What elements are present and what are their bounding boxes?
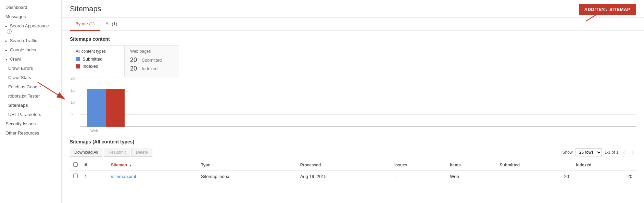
sitemaps-content-title: Sitemaps content — [70, 36, 636, 42]
col-processed: Processed — [297, 160, 391, 171]
legend-submitted: Submitted — [76, 56, 119, 62]
sidebar-item-robots-txt-tester[interactable]: robots.txt Tester — [0, 91, 61, 101]
sitemap-link[interactable]: /sitemap.xml — [111, 174, 136, 179]
sidebar-item-messages[interactable]: Messages — [0, 12, 61, 21]
sidebar-item-search-traffic[interactable]: ▸ Search Traffic — [0, 36, 61, 45]
row-sitemap-cell: /sitemap.xml — [108, 171, 198, 182]
tooltip-indexed-row: 20 Indexed — [130, 65, 173, 72]
bar-indexed — [106, 89, 125, 127]
table-body: 1 /sitemap.xml Sitemap index Aug 19, 201… — [70, 171, 636, 182]
table-toolbar-right: Show 25 rows 10 rows 50 rows 1-1 of 1 ‹ … — [563, 148, 636, 156]
sidebar-item-sitemaps[interactable]: Sitemaps — [0, 101, 61, 110]
pagination-info: 1-1 of 1 — [605, 150, 619, 155]
sidebar-item-dashboard[interactable]: Dashboard — [0, 3, 61, 12]
sort-arrow-icon: ▲ — [129, 163, 132, 167]
tab-all[interactable]: All (1) — [100, 18, 123, 31]
col-indexed: Indexed — [572, 160, 636, 171]
sidebar: Dashboard Messages ▸ Search Appearance i… — [0, 0, 62, 203]
table-header: # Sitemap ▲ Type Processed Issues Items … — [70, 160, 636, 171]
page-title: Sitemaps — [70, 4, 101, 13]
submitted-color-swatch — [76, 57, 80, 61]
sidebar-item-fetch-as-google[interactable]: Fetch as Google — [0, 82, 61, 91]
table-toolbar: Download All Resubmit Delete Show 25 row… — [70, 148, 636, 157]
select-all-header — [70, 160, 81, 171]
sitemaps-content-section: Sitemaps content All content types Submi… — [70, 36, 636, 134]
chart-x-label: Web — [90, 129, 98, 133]
row-submitted-cell: 20 — [496, 171, 573, 182]
chevron-right-icon-3: ▸ — [5, 48, 7, 52]
col-num: # — [81, 160, 108, 171]
prev-page-button[interactable]: ‹ — [621, 149, 627, 156]
chart-grid: 20 15 10 5 — [80, 79, 636, 127]
main-header: Sitemaps ADD/TEST SITEMAP — [62, 0, 644, 18]
indexed-color-swatch — [76, 64, 80, 68]
row-checkbox[interactable] — [73, 174, 78, 178]
col-type: Type — [198, 160, 297, 171]
row-num-cell: 1 — [81, 171, 108, 182]
tab-by-me[interactable]: By me (1) — [70, 18, 100, 31]
chevron-down-icon: ▾ — [5, 58, 7, 61]
tooltip-box: Web pages 20 Submitted 20 Indexed — [124, 45, 179, 77]
row-items-cell: Web — [446, 171, 496, 182]
grid-line-10: 10 — [80, 103, 636, 103]
add-test-sitemap-button[interactable]: ADD/TEST SITEMAP — [579, 4, 636, 15]
chevron-right-icon-2: ▸ — [5, 39, 7, 43]
sidebar-item-crawl-errors[interactable]: Crawl Errors — [0, 64, 61, 73]
sidebar-item-other-resources[interactable]: Other Resources — [0, 128, 61, 138]
next-page-button[interactable]: › — [630, 149, 636, 156]
delete-button[interactable]: Delete — [131, 148, 152, 157]
download-all-button[interactable]: Download All — [70, 148, 102, 157]
tooltip-submitted-row: 20 Submitted — [130, 56, 173, 64]
chart-bars — [87, 89, 125, 127]
sidebar-item-security-issues[interactable]: Security Issues — [0, 119, 61, 128]
bar-chart: 20 15 10 5 Web — [70, 79, 636, 134]
row-issues-cell: - — [391, 171, 446, 182]
sidebar-item-crawl-stats[interactable]: Crawl Stats — [0, 73, 61, 82]
grid-line-20: 20 — [80, 79, 636, 79]
tabs-bar: By me (1) All (1) — [62, 18, 644, 31]
bar-submitted — [87, 89, 106, 127]
rows-per-page-select[interactable]: 25 rows 10 rows 50 rows — [576, 148, 602, 156]
table-section-title: Sitemaps (All content types) — [70, 139, 636, 144]
col-sitemap: Sitemap ▲ — [108, 160, 198, 171]
row-processed-cell: Aug 19, 2015 — [297, 171, 391, 182]
grid-line-15: 15 — [80, 91, 636, 91]
row-indexed-cell: 20 — [572, 171, 636, 182]
legend-box: All content types Submitted Indexed — [70, 45, 125, 77]
table-toolbar-left: Download All Resubmit Delete — [70, 148, 152, 157]
content-types-container: All content types Submitted Indexed Web … — [70, 45, 636, 77]
col-issues: Issues — [391, 160, 446, 171]
resubmit-button[interactable]: Resubmit — [104, 148, 130, 157]
grid-line-5: 5 — [80, 114, 636, 115]
row-type-cell: Sitemap index — [198, 171, 297, 182]
sidebar-item-google-index[interactable]: ▸ Google Index — [0, 45, 61, 54]
legend-indexed: Indexed — [76, 64, 119, 69]
sitemaps-table-section: Sitemaps (All content types) Download Al… — [70, 139, 636, 182]
chevron-right-icon: ▸ — [5, 24, 7, 28]
sitemaps-table: # Sitemap ▲ Type Processed Issues Items … — [70, 160, 636, 182]
chart-bottom-line — [80, 126, 636, 127]
info-icon: i — [7, 29, 12, 34]
main-content: Sitemaps ADD/TEST SITEMAP By me (1) All … — [62, 0, 644, 203]
row-checkbox-cell — [70, 171, 81, 182]
content-area: Sitemaps content All content types Submi… — [62, 31, 644, 188]
col-items: Items — [446, 160, 496, 171]
table-header-row: # Sitemap ▲ Type Processed Issues Items … — [70, 160, 636, 171]
col-submitted: Submitted — [496, 160, 573, 171]
select-all-checkbox[interactable] — [73, 162, 78, 167]
show-label: Show — [563, 150, 573, 155]
sidebar-item-search-appearance[interactable]: ▸ Search Appearance i — [0, 21, 61, 36]
table-row: 1 /sitemap.xml Sitemap index Aug 19, 201… — [70, 171, 636, 182]
sidebar-item-url-parameters[interactable]: URL Parameters — [0, 110, 61, 119]
sidebar-item-crawl[interactable]: ▾ Crawl — [0, 54, 61, 64]
